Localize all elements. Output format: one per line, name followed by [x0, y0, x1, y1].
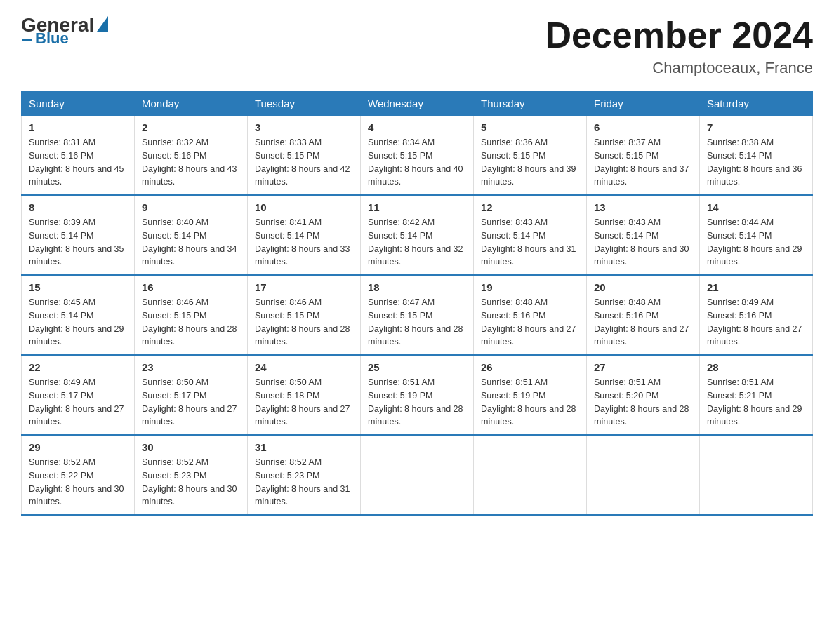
- day-number: 20: [594, 281, 692, 293]
- day-number: 2: [142, 121, 240, 133]
- day-number: 29: [29, 441, 127, 453]
- column-header-thursday: Thursday: [474, 92, 587, 116]
- day-number: 12: [481, 201, 579, 213]
- calendar-cell: 3 Sunrise: 8:33 AM Sunset: 5:15 PM Dayli…: [248, 116, 361, 196]
- calendar-week-row: 22 Sunrise: 8:49 AM Sunset: 5:17 PM Dayl…: [22, 355, 813, 435]
- day-info: Sunrise: 8:31 AM Sunset: 5:16 PM Dayligh…: [29, 136, 127, 189]
- day-info: Sunrise: 8:40 AM Sunset: 5:14 PM Dayligh…: [142, 216, 240, 269]
- day-info: Sunrise: 8:46 AM Sunset: 5:15 PM Dayligh…: [255, 296, 353, 349]
- day-info: Sunrise: 8:46 AM Sunset: 5:15 PM Dayligh…: [142, 296, 240, 349]
- day-number: 13: [594, 201, 692, 213]
- calendar-cell: 27 Sunrise: 8:51 AM Sunset: 5:20 PM Dayl…: [587, 355, 700, 435]
- day-info: Sunrise: 8:51 AM Sunset: 5:19 PM Dayligh…: [481, 376, 579, 429]
- day-info: Sunrise: 8:48 AM Sunset: 5:16 PM Dayligh…: [594, 296, 692, 349]
- calendar-cell: 13 Sunrise: 8:43 AM Sunset: 5:14 PM Dayl…: [587, 195, 700, 275]
- calendar-cell: [361, 435, 474, 515]
- calendar-cell: 5 Sunrise: 8:36 AM Sunset: 5:15 PM Dayli…: [474, 116, 587, 196]
- calendar-cell: 10 Sunrise: 8:41 AM Sunset: 5:14 PM Dayl…: [248, 195, 361, 275]
- calendar-cell: 9 Sunrise: 8:40 AM Sunset: 5:14 PM Dayli…: [135, 195, 248, 275]
- day-info: Sunrise: 8:52 AM Sunset: 5:22 PM Dayligh…: [29, 456, 127, 509]
- logo-triangle-icon: [97, 16, 108, 32]
- title-block: December 2024 Champtoceaux, France: [545, 14, 813, 77]
- day-number: 10: [255, 201, 353, 213]
- calendar-cell: 19 Sunrise: 8:48 AM Sunset: 5:16 PM Dayl…: [474, 275, 587, 355]
- day-info: Sunrise: 8:51 AM Sunset: 5:21 PM Dayligh…: [707, 376, 805, 429]
- calendar-week-row: 8 Sunrise: 8:39 AM Sunset: 5:14 PM Dayli…: [22, 195, 813, 275]
- day-number: 5: [481, 121, 579, 133]
- column-header-friday: Friday: [587, 92, 700, 116]
- day-number: 6: [594, 121, 692, 133]
- calendar-cell: 7 Sunrise: 8:38 AM Sunset: 5:14 PM Dayli…: [700, 116, 813, 196]
- day-number: 25: [368, 361, 466, 373]
- day-number: 17: [255, 281, 353, 293]
- calendar-cell: 16 Sunrise: 8:46 AM Sunset: 5:15 PM Dayl…: [135, 275, 248, 355]
- calendar-cell: [700, 435, 813, 515]
- calendar-cell: 23 Sunrise: 8:50 AM Sunset: 5:17 PM Dayl…: [135, 355, 248, 435]
- calendar-cell: 4 Sunrise: 8:34 AM Sunset: 5:15 PM Dayli…: [361, 116, 474, 196]
- calendar-cell: 29 Sunrise: 8:52 AM Sunset: 5:22 PM Dayl…: [22, 435, 135, 515]
- calendar-cell: 20 Sunrise: 8:48 AM Sunset: 5:16 PM Dayl…: [587, 275, 700, 355]
- calendar-cell: [474, 435, 587, 515]
- calendar-cell: 12 Sunrise: 8:43 AM Sunset: 5:14 PM Dayl…: [474, 195, 587, 275]
- day-info: Sunrise: 8:52 AM Sunset: 5:23 PM Dayligh…: [255, 456, 353, 509]
- day-info: Sunrise: 8:51 AM Sunset: 5:19 PM Dayligh…: [368, 376, 466, 429]
- day-number: 18: [368, 281, 466, 293]
- calendar-cell: 1 Sunrise: 8:31 AM Sunset: 5:16 PM Dayli…: [22, 116, 135, 196]
- day-info: Sunrise: 8:48 AM Sunset: 5:16 PM Dayligh…: [481, 296, 579, 349]
- day-number: 31: [255, 441, 353, 453]
- day-number: 14: [707, 201, 805, 213]
- calendar-cell: 11 Sunrise: 8:42 AM Sunset: 5:14 PM Dayl…: [361, 195, 474, 275]
- calendar-cell: 18 Sunrise: 8:47 AM Sunset: 5:15 PM Dayl…: [361, 275, 474, 355]
- calendar-cell: 2 Sunrise: 8:32 AM Sunset: 5:16 PM Dayli…: [135, 116, 248, 196]
- calendar-header-row: SundayMondayTuesdayWednesdayThursdayFrid…: [22, 92, 813, 116]
- day-info: Sunrise: 8:43 AM Sunset: 5:14 PM Dayligh…: [481, 216, 579, 269]
- day-info: Sunrise: 8:50 AM Sunset: 5:18 PM Dayligh…: [255, 376, 353, 429]
- day-info: Sunrise: 8:34 AM Sunset: 5:15 PM Dayligh…: [368, 136, 466, 189]
- calendar-cell: 28 Sunrise: 8:51 AM Sunset: 5:21 PM Dayl…: [700, 355, 813, 435]
- day-number: 27: [594, 361, 692, 373]
- page-header: General Blue December 2024 Champtoceaux,…: [21, 14, 813, 77]
- day-info: Sunrise: 8:36 AM Sunset: 5:15 PM Dayligh…: [481, 136, 579, 189]
- day-info: Sunrise: 8:33 AM Sunset: 5:15 PM Dayligh…: [255, 136, 353, 189]
- day-number: 9: [142, 201, 240, 213]
- column-header-wednesday: Wednesday: [361, 92, 474, 116]
- calendar-cell: 14 Sunrise: 8:44 AM Sunset: 5:14 PM Dayl…: [700, 195, 813, 275]
- calendar-cell: 30 Sunrise: 8:52 AM Sunset: 5:23 PM Dayl…: [135, 435, 248, 515]
- column-header-sunday: Sunday: [22, 92, 135, 116]
- day-info: Sunrise: 8:41 AM Sunset: 5:14 PM Dayligh…: [255, 216, 353, 269]
- day-info: Sunrise: 8:42 AM Sunset: 5:14 PM Dayligh…: [368, 216, 466, 269]
- day-info: Sunrise: 8:45 AM Sunset: 5:14 PM Dayligh…: [29, 296, 127, 349]
- day-number: 30: [142, 441, 240, 453]
- day-info: Sunrise: 8:43 AM Sunset: 5:14 PM Dayligh…: [594, 216, 692, 269]
- calendar-cell: 25 Sunrise: 8:51 AM Sunset: 5:19 PM Dayl…: [361, 355, 474, 435]
- calendar-cell: [587, 435, 700, 515]
- calendar-cell: 24 Sunrise: 8:50 AM Sunset: 5:18 PM Dayl…: [248, 355, 361, 435]
- calendar-cell: 31 Sunrise: 8:52 AM Sunset: 5:23 PM Dayl…: [248, 435, 361, 515]
- location-subtitle: Champtoceaux, France: [545, 59, 813, 77]
- day-number: 23: [142, 361, 240, 373]
- day-info: Sunrise: 8:47 AM Sunset: 5:15 PM Dayligh…: [368, 296, 466, 349]
- day-number: 26: [481, 361, 579, 373]
- day-info: Sunrise: 8:38 AM Sunset: 5:14 PM Dayligh…: [707, 136, 805, 189]
- day-info: Sunrise: 8:50 AM Sunset: 5:17 PM Dayligh…: [142, 376, 240, 429]
- calendar-cell: 6 Sunrise: 8:37 AM Sunset: 5:15 PM Dayli…: [587, 116, 700, 196]
- day-info: Sunrise: 8:44 AM Sunset: 5:14 PM Dayligh…: [707, 216, 805, 269]
- calendar-cell: 17 Sunrise: 8:46 AM Sunset: 5:15 PM Dayl…: [248, 275, 361, 355]
- calendar-cell: 21 Sunrise: 8:49 AM Sunset: 5:16 PM Dayl…: [700, 275, 813, 355]
- day-number: 11: [368, 201, 466, 213]
- day-info: Sunrise: 8:49 AM Sunset: 5:17 PM Dayligh…: [29, 376, 127, 429]
- day-number: 15: [29, 281, 127, 293]
- calendar-cell: 26 Sunrise: 8:51 AM Sunset: 5:19 PM Dayl…: [474, 355, 587, 435]
- calendar-week-row: 29 Sunrise: 8:52 AM Sunset: 5:22 PM Dayl…: [22, 435, 813, 515]
- day-number: 19: [481, 281, 579, 293]
- day-number: 16: [142, 281, 240, 293]
- calendar-week-row: 1 Sunrise: 8:31 AM Sunset: 5:16 PM Dayli…: [22, 116, 813, 196]
- column-header-monday: Monday: [135, 92, 248, 116]
- logo-blue-text: Blue: [35, 29, 69, 48]
- calendar-cell: 8 Sunrise: 8:39 AM Sunset: 5:14 PM Dayli…: [22, 195, 135, 275]
- column-header-saturday: Saturday: [700, 92, 813, 116]
- month-year-title: December 2024: [545, 14, 813, 56]
- day-number: 28: [707, 361, 805, 373]
- day-number: 21: [707, 281, 805, 293]
- calendar-table: SundayMondayTuesdayWednesdayThursdayFrid…: [21, 91, 813, 516]
